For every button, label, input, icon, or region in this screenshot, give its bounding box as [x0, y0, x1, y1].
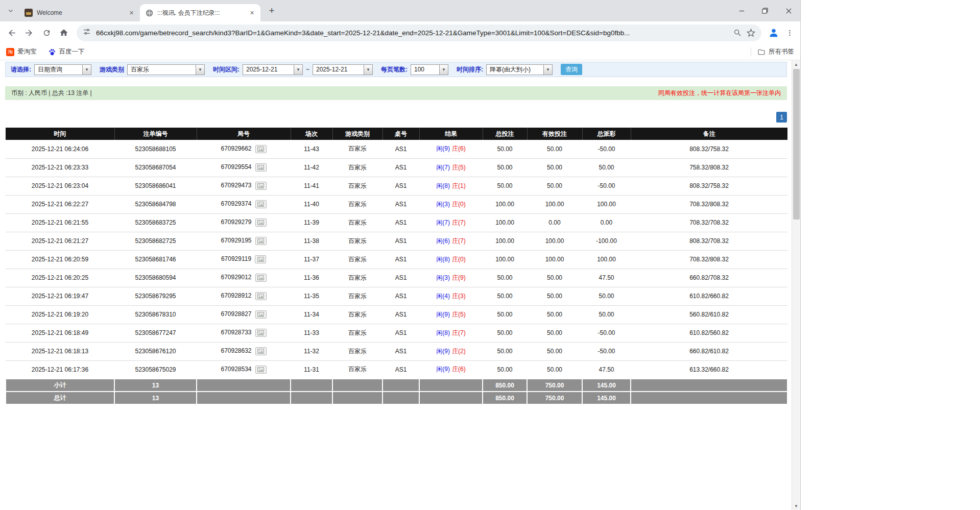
bet-id: 523058684798: [114, 195, 197, 213]
browser-toolbar: 66cxkj98.com/game/betrecord_search/kind3…: [0, 21, 800, 44]
back-button[interactable]: [3, 24, 20, 41]
query-type-select[interactable]: 日期查询 ▼: [34, 64, 91, 75]
bet-id: 523058682725: [114, 232, 197, 250]
search-button[interactable]: 查询: [561, 64, 582, 75]
tab-close-icon[interactable]: ×: [248, 9, 256, 17]
chevron-down-icon[interactable]: ▼: [82, 65, 91, 75]
round-number: 670929119: [221, 255, 251, 262]
session: 11-33: [291, 324, 332, 342]
banker-result: 庄(5): [452, 311, 466, 318]
game-type-select[interactable]: 百家乐 ▼: [127, 64, 205, 75]
all-bookmarks-button[interactable]: 所有书签: [751, 47, 794, 56]
remark: 808.32/758.32: [631, 177, 787, 195]
video-replay-icon[interactable]: [255, 329, 267, 337]
game-type: 百家乐: [332, 232, 383, 250]
col-game-type: 游戏类别: [332, 128, 383, 140]
video-replay-icon[interactable]: [255, 145, 267, 153]
menu-dots-icon[interactable]: [782, 25, 797, 41]
valid-bet: 50.00: [527, 269, 582, 287]
game-type: 百家乐: [332, 324, 383, 342]
page-scrollbar[interactable]: ▲ ▼: [792, 60, 800, 510]
per-page-select[interactable]: 100 ▼: [411, 64, 448, 75]
video-replay-icon[interactable]: [255, 255, 266, 263]
tab-search-button[interactable]: [4, 4, 17, 17]
bookmark-label: 爱淘宝: [17, 47, 37, 56]
chevron-down-icon[interactable]: ▼: [364, 65, 372, 75]
refresh-button[interactable]: [38, 24, 55, 41]
tab-strip: Welcome × :::视讯. 会员下注纪录::: × +: [0, 0, 800, 21]
bookmark-baidu[interactable]: 百度一下: [48, 47, 85, 56]
url-text[interactable]: 66cxkj98.com/game/betrecord_search/kind3…: [96, 29, 728, 37]
tab-bet-records[interactable]: :::视讯. 会员下注纪录::: ×: [140, 4, 260, 21]
page-button-1[interactable]: 1: [776, 112, 787, 123]
bookmark-taobao[interactable]: 淘 爱淘宝: [6, 47, 37, 56]
valid-bet: 50.00: [527, 158, 582, 177]
session: 11-35: [291, 287, 332, 305]
valid-bet: 50.00: [527, 360, 582, 379]
banker-result: 庄(0): [452, 256, 466, 263]
forward-button[interactable]: [20, 24, 38, 41]
video-replay-icon[interactable]: [255, 182, 267, 190]
total-bet: 100.00: [483, 213, 527, 232]
table-no: AS1: [383, 269, 419, 287]
bet-time: 2025-12-21 06:20:59: [6, 250, 114, 269]
table-row: 2025-12-21 06:21:55 523058683725 6709292…: [6, 213, 787, 232]
per-page-label: 每页笔数:: [381, 65, 408, 74]
home-button[interactable]: [55, 24, 73, 41]
result-cell: 闲(7)庄(5): [419, 158, 483, 177]
player-result: 闲(3): [436, 201, 450, 208]
session: 11-43: [291, 140, 332, 158]
chevron-down-icon[interactable]: ▼: [294, 65, 302, 75]
video-replay-icon[interactable]: [255, 274, 267, 282]
video-replay-icon[interactable]: [255, 163, 267, 172]
tab-welcome[interactable]: Welcome ×: [19, 4, 140, 21]
tab-close-icon[interactable]: ×: [127, 9, 136, 17]
video-replay-icon[interactable]: [255, 200, 267, 208]
new-tab-button[interactable]: +: [265, 4, 279, 18]
video-replay-icon[interactable]: [255, 292, 267, 300]
video-replay-icon[interactable]: [255, 366, 267, 374]
payout: -50.00: [582, 342, 631, 360]
query-type-value: 日期查询: [35, 65, 82, 75]
video-replay-icon[interactable]: [255, 310, 267, 319]
payout: 100.00: [582, 250, 631, 269]
bet-time: 2025-12-21 06:19:47: [6, 287, 114, 305]
chevron-down-icon[interactable]: ▼: [439, 65, 448, 75]
video-replay-icon[interactable]: [255, 347, 267, 355]
address-bar[interactable]: 66cxkj98.com/game/betrecord_search/kind3…: [77, 25, 761, 41]
scroll-up-icon[interactable]: ▲: [792, 60, 800, 68]
subtotal-count: 13: [114, 379, 197, 392]
scroll-down-icon[interactable]: ▼: [792, 502, 800, 510]
chevron-down-icon[interactable]: ▼: [543, 65, 552, 75]
round-number: 670929662: [221, 145, 251, 152]
player-result: 闲(7): [436, 219, 450, 226]
player-result: 闲(4): [436, 293, 450, 300]
valid-bet: 50.00: [527, 305, 582, 324]
video-replay-icon[interactable]: [255, 237, 267, 245]
globe-favicon: [145, 9, 153, 17]
player-result: 闲(9): [436, 145, 450, 152]
minimize-button[interactable]: [730, 0, 753, 21]
bet-time: 2025-12-21 06:21:55: [6, 213, 114, 232]
bookmark-star-icon[interactable]: [747, 29, 755, 37]
baidu-paw-icon: [48, 48, 56, 56]
scrollbar-thumb[interactable]: [793, 69, 800, 220]
date-start-select[interactable]: 2025-12-21 ▼: [243, 64, 303, 75]
sort-select[interactable]: 降幂(由大到小) ▼: [486, 64, 553, 75]
chevron-down-icon[interactable]: ▼: [196, 65, 204, 75]
bet-id: 523058678310: [114, 305, 197, 324]
subtotal-valid-bet: 750.00: [527, 379, 582, 392]
date-end-select[interactable]: 2025-12-21 ▼: [313, 64, 373, 75]
result-cell: 闲(9)庄(5): [419, 305, 483, 324]
close-button[interactable]: [777, 0, 800, 21]
zoom-icon[interactable]: [733, 29, 742, 37]
summary-bar: 币别 : 人民币 | 总共 :13 注单 | 同局有效投注，统一计算在该局第一张…: [5, 86, 787, 100]
site-info-icon[interactable]: [83, 28, 91, 38]
table-no: AS1: [383, 140, 419, 158]
result-cell: 闲(9)庄(6): [419, 360, 483, 379]
video-replay-icon[interactable]: [255, 218, 267, 227]
restore-button[interactable]: [753, 0, 777, 21]
subtotal-total-bet: 850.00: [483, 379, 527, 392]
round-cell: 670929195: [197, 232, 291, 250]
profile-icon[interactable]: [766, 25, 782, 41]
